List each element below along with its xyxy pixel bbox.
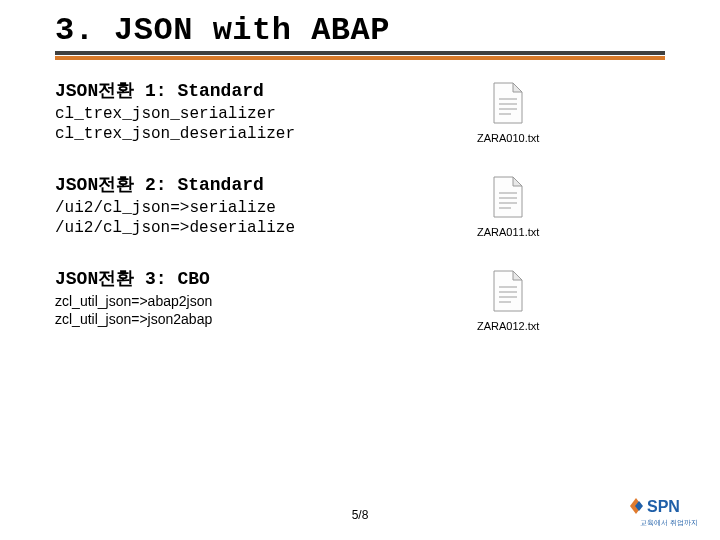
- section-1-heading: JSON전환 1: Standard: [55, 78, 665, 102]
- section-3-heading: JSON전환 3: CBO: [55, 266, 665, 290]
- text-file-icon: [491, 82, 525, 124]
- file-attachment-1: ZARA010.txt: [477, 82, 539, 144]
- section-1-line-2: cl_trex_json_deserializer: [55, 124, 665, 144]
- section-1-line-1: cl_trex_json_serializer: [55, 104, 665, 124]
- section-2-line-1: /ui2/cl_json=>serialize: [55, 198, 665, 218]
- text-file-icon: [491, 270, 525, 312]
- slide-body: 3. JSON with ABAP JSON전환 1: Standard cl_…: [0, 0, 720, 328]
- section-2-line-2: /ui2/cl_json=>deserialize: [55, 218, 665, 238]
- section-2-heading: JSON전환 2: Standard: [55, 172, 665, 196]
- file-attachment-2: ZARA011.txt: [477, 176, 539, 238]
- accent-bar: [55, 56, 665, 60]
- logo-tagline: 교육에서 취업까지: [630, 518, 698, 528]
- text-file-icon: [491, 176, 525, 218]
- file-attachment-3: ZARA012.txt: [477, 270, 539, 332]
- svg-text:SPN: SPN: [647, 498, 680, 515]
- section-3-line-2: zcl_util_json=>json2abap: [55, 310, 665, 328]
- section-3-line-1: zcl_util_json=>abap2json: [55, 292, 665, 310]
- section-3: JSON전환 3: CBO zcl_util_json=>abap2json z…: [55, 266, 665, 328]
- page-number: 5/8: [0, 508, 720, 522]
- file-label-2: ZARA011.txt: [477, 226, 539, 238]
- slide-title: 3. JSON with ABAP: [55, 12, 665, 49]
- spn-logo: SPN 교육에서 취업까지: [630, 495, 698, 528]
- file-label-3: ZARA012.txt: [477, 320, 539, 332]
- section-2: JSON전환 2: Standard /ui2/cl_json=>seriali…: [55, 172, 665, 238]
- title-wrap: 3. JSON with ABAP: [55, 12, 665, 55]
- spn-logo-icon: SPN: [630, 495, 698, 517]
- file-label-1: ZARA010.txt: [477, 132, 539, 144]
- section-1: JSON전환 1: Standard cl_trex_json_serializ…: [55, 78, 665, 144]
